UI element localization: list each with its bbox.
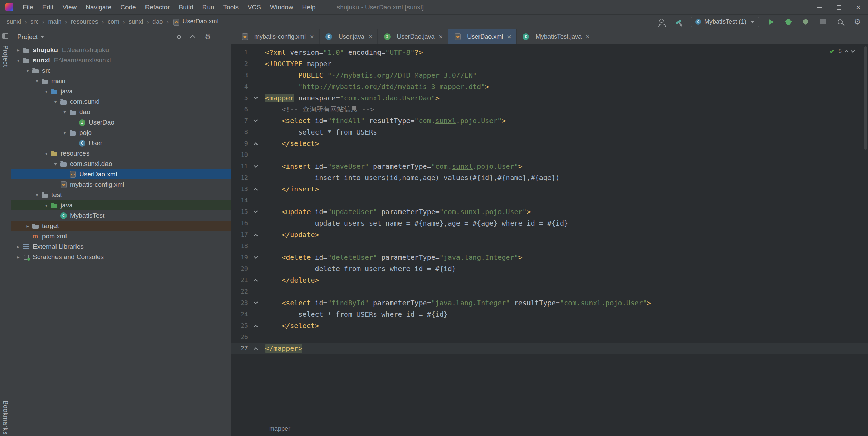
tree-row-src[interactable]: ▾src — [11, 66, 231, 76]
chevron-down-icon[interactable]: ▾ — [33, 192, 41, 198]
tab-mybatistest-java[interactable]: CMybatisTest.java× — [517, 29, 595, 44]
code-line-25[interactable]: 25 </select> — [231, 320, 868, 331]
code-line-14[interactable]: 14 — [231, 195, 868, 206]
fold-end-icon[interactable] — [254, 347, 258, 351]
menu-build[interactable]: Build — [174, 3, 198, 11]
menu-navigate[interactable]: Navigate — [81, 3, 116, 11]
tree-row-userdao[interactable]: IUserDao — [11, 117, 231, 128]
close-tab-icon[interactable]: × — [439, 33, 443, 40]
menu-run[interactable]: Run — [198, 3, 219, 11]
code-line-24[interactable]: 24 select * from USERs where id = #{id} — [231, 309, 868, 320]
tree-row-external-libraries[interactable]: ▸External Libraries — [11, 241, 231, 252]
editor-scrollbar[interactable] — [863, 44, 868, 422]
search-everywhere-button[interactable] — [835, 17, 845, 27]
code-line-8[interactable]: 8 select * from USERs — [231, 127, 868, 138]
fold-end-icon[interactable] — [254, 325, 258, 328]
close-tab-icon[interactable]: × — [586, 33, 590, 40]
breadcrumb-item[interactable]: src — [29, 18, 40, 26]
menu-window[interactable]: Window — [265, 3, 298, 11]
tab-userdao-xml[interactable]: <>UserDao.xml× — [448, 29, 517, 44]
chevron-right-icon[interactable]: ▸ — [14, 254, 22, 260]
chevron-right-icon[interactable]: ▸ — [14, 244, 22, 249]
fold-start-icon[interactable] — [254, 164, 258, 167]
menu-view[interactable]: View — [58, 3, 81, 11]
menu-tools[interactable]: Tools — [219, 3, 243, 11]
code-line-9[interactable]: 9 </select> — [231, 138, 868, 149]
code-line-6[interactable]: 6 <!-- 查询所有网站信息 --> — [231, 104, 868, 115]
breadcrumb-item[interactable]: sunxl — [128, 18, 144, 26]
tree-row-com-sunxl-dao[interactable]: ▾com.sunxl.dao — [11, 159, 231, 169]
run-configuration-selector[interactable]: C MybatisTest (1) — [691, 17, 759, 27]
menu-help[interactable]: Help — [298, 3, 320, 11]
code-line-13[interactable]: 13 </insert> — [231, 184, 868, 195]
chevron-down-icon[interactable]: ▾ — [52, 99, 59, 105]
menu-edit[interactable]: Edit — [38, 3, 58, 11]
code-line-16[interactable]: 16 update users set name = #{name},age =… — [231, 218, 868, 229]
tree-row-sunxl[interactable]: ▾sunxlE:\learn\sunxl\sunxl — [11, 55, 231, 66]
menu-refactor[interactable]: Refactor — [141, 3, 174, 11]
code-line-3[interactable]: 3 PUBLIC "-//mybatis.org//DTD Mapper 3.0… — [231, 70, 868, 81]
close-button[interactable]: × — [849, 0, 868, 15]
chevron-right-icon[interactable]: ▸ — [24, 223, 31, 229]
debug-button[interactable] — [783, 17, 794, 27]
tree-row-java[interactable]: ▾java — [11, 86, 231, 97]
close-tab-icon[interactable]: × — [310, 33, 314, 40]
fold-end-icon[interactable] — [254, 234, 258, 237]
code-line-5[interactable]: 5<mapper namespace="com.sunxl.dao.UserDa… — [231, 92, 868, 104]
tree-row-pojo[interactable]: ▾pojo — [11, 128, 231, 138]
tab-user-java[interactable]: CUser.java× — [320, 29, 378, 44]
chevron-down-icon[interactable]: ▾ — [61, 109, 69, 115]
coverage-button[interactable] — [800, 17, 811, 27]
fold-start-icon[interactable] — [254, 255, 258, 258]
code-line-21[interactable]: 21 </delete> — [231, 275, 868, 286]
menu-code[interactable]: Code — [116, 3, 140, 11]
chevron-down-icon[interactable]: ▾ — [14, 58, 22, 63]
chevron-down-icon[interactable]: ▾ — [24, 68, 31, 73]
close-tab-icon[interactable]: × — [369, 33, 373, 40]
code-line-15[interactable]: 15 <update id="updateUser" parameterType… — [231, 206, 868, 218]
breadcrumb-item[interactable]: <>UserDao.xml — [171, 18, 220, 26]
hide-panel-button[interactable] — [219, 33, 226, 41]
user-profile-button[interactable] — [656, 17, 667, 27]
chevron-down-icon[interactable]: ▾ — [52, 161, 59, 167]
tree-row-mybatistest[interactable]: CMybatisTest — [11, 210, 231, 221]
breadcrumb-item[interactable]: main — [47, 18, 62, 26]
fold-start-icon[interactable] — [254, 300, 258, 304]
code-line-4[interactable]: 4 "http://mybatis.org/dtd/mybatis-3-mapp… — [231, 81, 868, 92]
close-tab-icon[interactable]: × — [507, 33, 511, 40]
code-line-7[interactable]: 7 <select id="findAll" resultType="com.s… — [231, 115, 868, 127]
breadcrumb-item[interactable]: resources — [70, 18, 99, 26]
menu-file[interactable]: File — [18, 3, 38, 11]
tree-row-userdao-xml[interactable]: <>UserDao.xml — [11, 169, 231, 179]
tree-row-test[interactable]: ▾test — [11, 190, 231, 200]
project-view-title[interactable]: Project — [17, 33, 38, 41]
minimize-button[interactable] — [810, 0, 829, 15]
next-problem-icon[interactable] — [851, 49, 855, 52]
code-line-1[interactable]: 1<?xml version="1.0" encoding="UTF-8"?> — [231, 47, 868, 58]
tree-row-com-sunxl[interactable]: ▾com.sunxl — [11, 97, 231, 107]
tree-row-shujuku[interactable]: ▸shujukuE:\learn\shujuku — [11, 45, 231, 55]
build-project-button[interactable] — [674, 17, 684, 27]
fold-end-icon[interactable] — [254, 188, 258, 192]
breadcrumb-item[interactable]: com — [107, 18, 120, 26]
breadcrumb-item[interactable]: dao — [151, 18, 164, 26]
code-line-12[interactable]: 12 insert into users(id,name,age) values… — [231, 172, 868, 184]
fold-start-icon[interactable] — [254, 209, 258, 213]
code-line-20[interactable]: 20 delete from users where id = #{id} — [231, 263, 868, 275]
chevron-down-icon[interactable]: ▾ — [61, 130, 69, 136]
locate-file-button[interactable] — [175, 33, 183, 41]
chevron-down-icon[interactable]: ▾ — [33, 78, 41, 84]
code-line-22[interactable]: 22 — [231, 286, 868, 297]
code-line-19[interactable]: 19 <delete id="deleteUser" parameterType… — [231, 252, 868, 263]
code-line-2[interactable]: 2<!DOCTYPE mapper — [231, 58, 868, 70]
collapse-all-button[interactable] — [190, 33, 197, 41]
tree-row-dao[interactable]: ▾dao — [11, 107, 231, 117]
prev-problem-icon[interactable] — [845, 50, 848, 54]
menu-vcs[interactable]: VCS — [243, 3, 265, 11]
tree-row-java[interactable]: ▾java — [11, 200, 231, 210]
maximize-button[interactable] — [829, 0, 849, 15]
chevron-down-icon[interactable]: ▾ — [42, 89, 50, 94]
tree-row-user[interactable]: CUser — [11, 138, 231, 148]
project-tool-icon[interactable] — [2, 33, 8, 39]
bookmarks-stripe-tab[interactable]: Bookmarks — [2, 400, 9, 435]
